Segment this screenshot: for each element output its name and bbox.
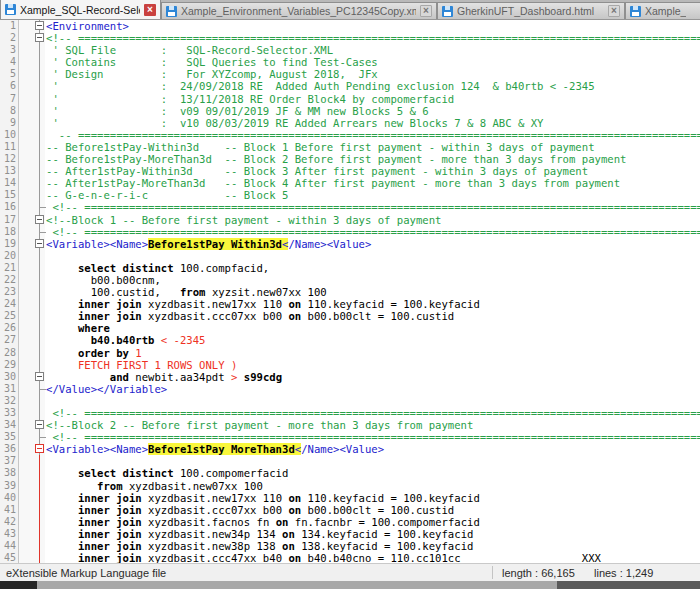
code-line[interactable]: 4 ' Contains : SQL Queries to find Test-… — [0, 56, 700, 68]
code-text[interactable]: <!-- ===================================… — [45, 32, 700, 44]
code-text[interactable]: and newbit.aa34pdt > s99cdg — [45, 371, 700, 383]
code-text[interactable]: ' SQL File : SQL-Record-Selector.XML — [45, 44, 700, 56]
code-line[interactable]: 7 ' : 13/11/2018 RE Order Block4 by comp… — [0, 93, 700, 105]
code-line[interactable]: 31</Value></Variable> — [0, 383, 700, 395]
code-text[interactable]: <!-- ===================================… — [45, 201, 700, 213]
fold-marker[interactable] — [19, 20, 45, 32]
code-line[interactable]: 18 <!-- ================================… — [0, 226, 700, 238]
fold-marker[interactable] — [19, 214, 45, 226]
code-line[interactable]: 41 inner join xyzdbasit.ccc07xx b00 on b… — [0, 504, 700, 516]
code-line[interactable]: 9 ' : v10 08/03/2019 RE Added Arrears ne… — [0, 117, 700, 129]
close-tab-icon[interactable]: × — [144, 4, 156, 16]
fold-collapse-box-icon[interactable] — [35, 420, 44, 429]
code-text[interactable]: -- Before1stPay-Within3d -- Block 1 Befo… — [45, 141, 700, 153]
code-text[interactable]: ' : 24/09/2018 RE Added Auth Pending exc… — [45, 80, 700, 92]
code-text[interactable] — [45, 395, 700, 407]
code-text[interactable]: <!-- ===================================… — [45, 431, 700, 443]
code-text[interactable]: ' Contains : SQL Queries to find Test-Ca… — [45, 56, 700, 68]
code-line[interactable]: 5 ' Design : For XYZcomp, August 2018, J… — [0, 68, 700, 80]
close-tab-icon[interactable]: × — [420, 5, 432, 17]
fold-marker[interactable] — [19, 238, 45, 250]
code-text[interactable]: </Value></Variable> — [45, 383, 700, 395]
fold-collapse-box-icon[interactable] — [35, 21, 44, 30]
code-line[interactable]: 3 ' SQL File : SQL-Record-Selector.XML — [0, 44, 700, 56]
code-line[interactable]: 27 b40.b40rtb < -2345 — [0, 334, 700, 346]
code-line[interactable]: 19<Variable><Name>Before1stPay_Within3d<… — [0, 238, 700, 250]
code-text[interactable]: inner join xyzdbasit.ccc47xx b40 on b40.… — [45, 552, 700, 563]
code-text[interactable]: -- After1stPay-Within3d -- Block 3 After… — [45, 165, 700, 177]
code-line[interactable]: 8 ' : v09 09/01/2019 JF & MM new Blocks … — [0, 105, 700, 117]
code-text[interactable]: inner join xyzdbasit.facnos fn on fn.fac… — [45, 516, 700, 528]
code-text[interactable]: -- After1stPay-MoreThan3d -- Block 4 Aft… — [45, 177, 700, 189]
code-text[interactable]: select distinct 100.compomerfacid — [45, 467, 700, 479]
code-line[interactable]: 6 ' : 24/09/2018 RE Added Auth Pending e… — [0, 80, 700, 92]
code-line[interactable]: 45 inner join xyzdbasit.ccc47xx b40 on b… — [0, 552, 700, 563]
code-line[interactable]: 10 -- ==================================… — [0, 129, 700, 141]
fold-marker[interactable] — [19, 419, 45, 431]
code-text[interactable]: -- Before1stPay-MoreThan3d -- Block 2 Be… — [45, 153, 700, 165]
code-editor[interactable]: 1<Environment>2<!-- ====================… — [0, 20, 700, 563]
close-tab-icon[interactable]: × — [608, 5, 620, 17]
code-text[interactable]: inner join xyzdbasit.new17xx 110 on 110.… — [45, 298, 700, 310]
code-line[interactable]: 16 <!-- ================================… — [0, 201, 700, 213]
code-line[interactable]: 2<!-- ==================================… — [0, 32, 700, 44]
code-text[interactable] — [45, 455, 700, 467]
code-text[interactable]: <Environment> — [45, 20, 700, 32]
code-line[interactable]: 17<!--Block 1 -- Before first payment - … — [0, 214, 700, 226]
code-text[interactable]: 100.custid, from xyzsit.new07xx 100 — [45, 286, 700, 298]
code-line[interactable]: 20 — [0, 250, 700, 262]
fold-collapse-box-icon[interactable] — [35, 239, 44, 248]
code-line[interactable]: 13-- After1stPay-Within3d -- Block 3 Aft… — [0, 165, 700, 177]
tab-3[interactable]: GherkinUFT_Dashboard.html× — [437, 2, 625, 19]
code-line[interactable]: 29 FETCH FIRST 1 ROWS ONLY ) — [0, 359, 700, 371]
code-line[interactable]: 42 inner join xyzdbasit.facnos fn on fn.… — [0, 516, 700, 528]
code-text[interactable]: FETCH FIRST 1 ROWS ONLY ) — [45, 359, 700, 371]
code-line[interactable]: 21 select distinct 100.compfacid, — [0, 262, 700, 274]
code-text[interactable]: inner join xyzdbasit.new38p 138 on 138.k… — [45, 540, 700, 552]
code-text[interactable]: -- G-e-n-e-r-i-c -- Block 5 — [45, 189, 700, 201]
code-line[interactable]: 24 inner join xyzdbasit.new17xx 110 on 1… — [0, 298, 700, 310]
code-line[interactable]: 44 inner join xyzdbasit.new38p 138 on 13… — [0, 540, 700, 552]
code-text[interactable]: -- =====================================… — [45, 129, 700, 141]
code-line[interactable]: 30 and newbit.aa34pdt > s99cdg — [0, 371, 700, 383]
code-line[interactable]: 25 inner join xyzdbasit.ccc07xx b00 on b… — [0, 310, 700, 322]
code-text[interactable]: where — [45, 322, 700, 334]
code-text[interactable]: ' Design : For XYZcomp, August 2018, JFx — [45, 68, 700, 80]
fold-marker[interactable] — [19, 443, 45, 455]
code-line[interactable]: 23 100.custid, from xyzsit.new07xx 100 — [0, 286, 700, 298]
code-line[interactable]: 43 inner join xyzdbasit.new34p 134 on 13… — [0, 528, 700, 540]
code-line[interactable]: 14-- After1stPay-MoreThan3d -- Block 4 A… — [0, 177, 700, 189]
code-line[interactable]: 22 b00.b00cnm, — [0, 274, 700, 286]
code-text[interactable]: <!-- ===================================… — [45, 407, 700, 419]
code-text[interactable]: b00.b00cnm, — [45, 274, 700, 286]
code-line[interactable]: 1<Environment> — [0, 20, 700, 32]
fold-collapse-box-icon[interactable] — [35, 372, 44, 381]
code-text[interactable]: <Variable><Name>Before1stPay_MoreThan3d<… — [45, 443, 700, 455]
code-text[interactable]: inner join xyzdbasit.ccc07xx b00 on b00.… — [45, 504, 700, 516]
fold-collapse-box-icon[interactable] — [35, 444, 44, 453]
fold-marker[interactable] — [19, 32, 45, 44]
code-text[interactable]: ' : v10 08/03/2019 RE Added Arrears new … — [45, 117, 700, 129]
code-text[interactable]: order by 1 — [45, 347, 700, 359]
fold-marker[interactable] — [19, 371, 45, 383]
code-text[interactable] — [45, 250, 700, 262]
code-line[interactable]: 15-- G-e-n-e-r-i-c -- Block 5 — [0, 189, 700, 201]
code-line[interactable]: 12-- Before1stPay-MoreThan3d -- Block 2 … — [0, 153, 700, 165]
code-line[interactable]: 32 — [0, 395, 700, 407]
code-line[interactable]: 40 inner join xyzdbasit.new17xx 110 on 1… — [0, 492, 700, 504]
tab-4[interactable]: Xample_ — [625, 2, 700, 19]
code-line[interactable]: 28 order by 1 — [0, 347, 700, 359]
code-line[interactable]: 35 <!-- ================================… — [0, 431, 700, 443]
code-text[interactable]: <Variable><Name>Before1stPay_Within3d</N… — [45, 238, 700, 250]
code-text[interactable]: <!--Block 1 -- Before first payment - wi… — [45, 214, 700, 226]
code-text[interactable]: inner join xyzdbasit.new17xx 110 on 110.… — [45, 492, 700, 504]
code-text[interactable]: ' : v09 09/01/2019 JF & MM new Blocks 5 … — [45, 105, 700, 117]
code-line[interactable]: 34<!--Block 2 -- Before first payment - … — [0, 419, 700, 431]
code-line[interactable]: 37 — [0, 455, 700, 467]
code-text[interactable]: <!-- ===================================… — [45, 226, 700, 238]
fold-collapse-box-icon[interactable] — [35, 33, 44, 42]
code-line[interactable]: 38 select distinct 100.compomerfacid — [0, 467, 700, 479]
code-text[interactable]: from xyzdbasit.new07xx 100 — [45, 480, 700, 492]
code-line[interactable]: 39 from xyzdbasit.new07xx 100 — [0, 480, 700, 492]
code-line[interactable]: 33 <!-- ================================… — [0, 407, 700, 419]
